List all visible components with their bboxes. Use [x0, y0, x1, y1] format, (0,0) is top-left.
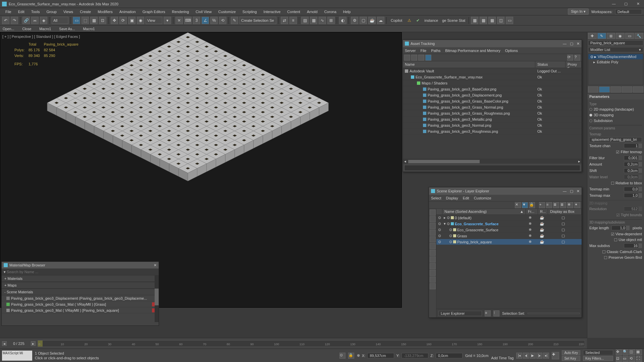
asset-menu-item[interactable]: File: [420, 49, 426, 53]
asset-refresh-icon[interactable]: ⟳: [567, 55, 573, 61]
next-frame-button[interactable]: |▸: [536, 353, 542, 359]
angle-snap-button[interactable]: ∠: [202, 17, 209, 24]
col-proxy[interactable]: Proxy F: [566, 61, 582, 68]
edit-selection-set-button[interactable]: ✎: [231, 17, 238, 24]
visibility-icon[interactable]: ⊙: [436, 240, 442, 244]
menu-help[interactable]: Help: [340, 8, 354, 15]
selection-filter-dropdown[interactable]: All: [52, 17, 68, 24]
render-setup-button[interactable]: ⚙: [351, 17, 358, 24]
warning-icon[interactable]: ⚠: [406, 17, 413, 24]
menu-graph-editors[interactable]: Graph Editors: [139, 8, 169, 15]
texture-channel-spinner[interactable]: 1: [624, 143, 642, 148]
asset-row[interactable]: Maps / Shaders: [403, 80, 582, 86]
scene-foot-btn1[interactable]: ≡: [485, 310, 491, 316]
col-frozen[interactable]: Fr...: [526, 209, 538, 215]
asset-path-input[interactable]: [404, 165, 580, 171]
key-selected-dropdown[interactable]: Selected: [583, 350, 613, 355]
shift-spinner[interactable]: 0,0cm: [624, 168, 642, 173]
use-object-mtl-checkbox[interactable]: Use object mtl: [589, 237, 642, 242]
menu-animation[interactable]: Animation: [116, 8, 139, 15]
displaybox-icon[interactable]: ▢: [548, 222, 565, 226]
scene-tool-new-layer[interactable]: +: [539, 202, 545, 208]
asset-row[interactable]: Paving_grass_brick_geo3_Metallic.pngOk: [403, 116, 582, 122]
maximize-button[interactable]: ▢: [570, 42, 573, 46]
col-render[interactable]: R...: [538, 209, 548, 215]
asset-tool-2[interactable]: [411, 55, 417, 61]
texmap-min-spinner[interactable]: 0,0: [624, 187, 642, 191]
menu-views[interactable]: Views: [60, 8, 76, 15]
show-end-result-button[interactable]: [599, 86, 609, 93]
render-button[interactable]: ☕: [368, 17, 376, 24]
freeze-icon[interactable]: ❄: [529, 228, 532, 232]
scene-filter-6[interactable]: [430, 250, 436, 256]
scene-stat-label[interactable]: ge Scene Stat: [441, 18, 467, 22]
scene-tool-filter[interactable]: ▼: [522, 202, 528, 208]
display-tab[interactable]: ▭: [625, 33, 634, 39]
col-display-box[interactable]: Display as Box: [548, 209, 582, 215]
menu-content[interactable]: Content: [284, 8, 304, 15]
prev-frame-button[interactable]: ◂|: [523, 353, 529, 359]
configure-sets-button[interactable]: [633, 86, 643, 93]
material-item[interactable]: Paving_grass_brick_geo3_Mat ( VRayMtl ) …: [2, 307, 159, 313]
timeline-prev[interactable]: ◂: [2, 341, 7, 346]
mirror-button[interactable]: ⇄: [281, 17, 288, 24]
coord-mode-icon[interactable]: ⊕: [357, 353, 360, 358]
scale-button[interactable]: ▣: [128, 17, 136, 24]
displaybox-icon[interactable]: ▢: [548, 240, 565, 244]
quick-close[interactable]: Close: [22, 27, 31, 31]
curve-editor-button[interactable]: ∿: [319, 17, 326, 24]
menu-civil-view[interactable]: Civil View: [192, 8, 215, 15]
scene-tool-sel[interactable]: ≣: [553, 202, 559, 208]
scene-tool-extra[interactable]: ✶: [574, 202, 580, 208]
menu-corona[interactable]: Corona: [321, 8, 340, 15]
displaybox-icon[interactable]: ▢: [548, 228, 565, 232]
spinner-snap-button[interactable]: ⟲: [219, 17, 226, 24]
close-button[interactable]: ✕: [577, 42, 580, 46]
texmap-button[interactable]: splacement (Paving_grass_bri: [589, 137, 642, 142]
quick-saveas[interactable]: Save As...: [59, 27, 75, 31]
hierarchy-tab[interactable]: ⊞: [607, 33, 615, 39]
layer-row[interactable]: ⊙⊙ Grass❄☕▢: [436, 233, 582, 239]
scene-filter-8[interactable]: [430, 263, 436, 269]
menu-create[interactable]: Create: [76, 8, 94, 15]
placement-button[interactable]: ◉: [137, 17, 144, 24]
x-coord[interactable]: 89,537cm: [367, 353, 394, 358]
scene-filter-10[interactable]: [430, 277, 436, 283]
quick-macro1[interactable]: Macro1: [39, 27, 51, 31]
maximize-button[interactable]: ▢: [570, 189, 573, 193]
quick-open[interactable]: Open...: [3, 27, 14, 31]
scene-materials-section[interactable]: - Scene Materials: [2, 289, 159, 295]
add-time-tag[interactable]: Add Time Tag: [491, 356, 514, 360]
explorer-mode-dropdown[interactable]: Layer Explorer: [438, 311, 482, 316]
close-button[interactable]: ✕: [577, 189, 580, 193]
workspaces-dropdown[interactable]: Default: [615, 9, 642, 14]
menu-group[interactable]: Group: [43, 8, 60, 15]
rotate-button[interactable]: ⟳: [119, 17, 127, 24]
y-coord[interactable]: -133,279cm: [401, 353, 428, 358]
scene-tool-freeze[interactable]: ❄: [567, 202, 573, 208]
preserve-geom-checkbox[interactable]: Preserve Geom Bnd: [589, 255, 642, 260]
stack-item[interactable]: ⊙ ▸ VRayDisplacementMod: [588, 54, 643, 59]
menu-customize[interactable]: Customize: [215, 8, 239, 15]
scene-tool-add[interactable]: ≡: [546, 202, 552, 208]
scene-filter-9[interactable]: [430, 270, 436, 276]
type-subdiv-radio[interactable]: Subdivision: [589, 118, 642, 123]
dropdown-icon[interactable]: ▾: [4, 270, 6, 274]
signin-button[interactable]: Sign In ▾: [568, 8, 588, 15]
unlink-button[interactable]: ⫘: [31, 17, 39, 24]
modify-tab[interactable]: ✎: [597, 33, 606, 39]
visibility-icon[interactable]: ⊙: [436, 222, 442, 226]
extra-tool-1[interactable]: ▦: [471, 17, 478, 24]
material-browser-window[interactable]: Material/Map Browser ✕ ▾ + Materials + M…: [1, 261, 159, 326]
viewport-label[interactable]: [ + ] [ Perspective ] [ Standard ] [ Edg…: [2, 35, 80, 39]
col-name[interactable]: Name: [403, 61, 535, 68]
parameters-rollout[interactable]: Parameters: [587, 94, 644, 100]
scene-filter-4[interactable]: [430, 236, 436, 242]
asset-row[interactable]: Eco_Grasscrete_Surface_max_vray.maxOk: [403, 74, 582, 80]
render-icon[interactable]: ☕: [540, 228, 544, 232]
bind-button[interactable]: ◈: [40, 17, 47, 24]
render-icon[interactable]: ☕: [540, 240, 544, 244]
extra-tool-2[interactable]: ▦: [480, 17, 487, 24]
object-name-field[interactable]: Paving_brick_aquare: [588, 40, 643, 46]
maxscript-listener[interactable]: MAXScript Mi: [2, 351, 32, 361]
